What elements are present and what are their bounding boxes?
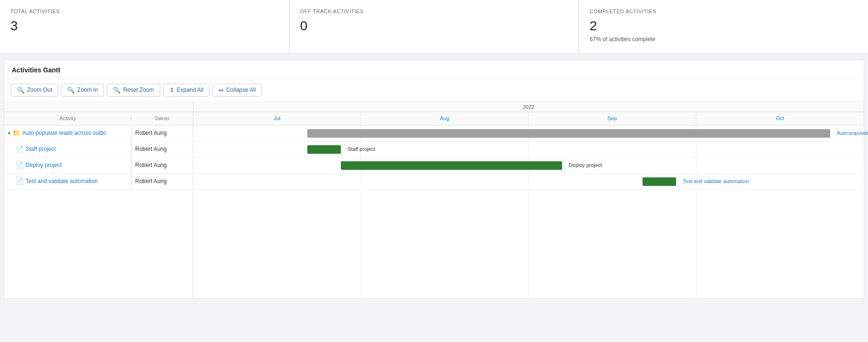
bar-label-2: Deploy project (569, 162, 602, 168)
total-activities-label: TOTAL ACTIVITIES (10, 9, 278, 14)
gantt-section: Activities Gantt 🔍 Zoom Out 🔍 Zoom In 🔍 … (4, 59, 864, 299)
activity-link-3[interactable]: Test and validate automation (26, 178, 98, 184)
bar-label-3: Test and validate automation (683, 178, 749, 184)
zoom-in-button[interactable]: 🔍 Zoom In (61, 84, 104, 96)
file-icon-2: 📄 (16, 161, 24, 169)
gantt-row-2: 📄 Deploy project Robert Aung Deploy proj… (4, 158, 864, 174)
gantt-toolbar: 🔍 Zoom Out 🔍 Zoom In 🔍 Reset Zoom ⇕ Expa… (4, 79, 864, 102)
gantt-empty-area (4, 190, 864, 298)
zoom-out-icon: 🔍 (17, 87, 25, 94)
owner-col-header: Owner (131, 115, 193, 121)
gantt-row-3: 📄 Test and validate automation Robert Au… (4, 174, 864, 190)
bar-2 (341, 161, 562, 170)
year-banner: 2022 (193, 102, 864, 112)
bar-0 (307, 129, 830, 138)
bar-label-1: Staff project (347, 146, 375, 152)
gantt-row-0: ▾ 📁 Auto-populate leads across outbc Rob… (4, 125, 864, 141)
off-track-value: 0 (300, 18, 568, 34)
collapse-all-button[interactable]: ⇔ Collapse All (212, 84, 262, 96)
month-jul: Jul (193, 112, 361, 125)
activity-link-2[interactable]: Deploy project (26, 162, 62, 168)
stats-cards: TOTAL ACTIVITIES 3 OFF TRACK ACTIVITIES … (0, 0, 868, 53)
collapse-icon: ⇔ (218, 87, 224, 94)
off-track-label: OFF TRACK ACTIVITIES (300, 9, 568, 14)
reset-zoom-icon: 🔍 (113, 87, 121, 94)
zoom-in-icon: 🔍 (67, 87, 75, 94)
file-icon-3: 📄 (16, 177, 24, 185)
total-activities-value: 3 (10, 18, 278, 34)
owner-cell-1: Robert Aung (131, 146, 193, 152)
activity-col-header: Activity (4, 115, 131, 121)
month-oct: Oct (696, 112, 864, 125)
month-sep: Sep (529, 112, 696, 125)
activity-link-1[interactable]: Staff project (26, 146, 56, 152)
completed-card: COMPLETED ACTIVITIES 2 67% of activities… (579, 0, 868, 53)
completed-label: COMPLETED ACTIVITIES (590, 9, 858, 14)
gantt-row-1: 📄 Staff project Robert Aung Staff projec… (4, 141, 864, 158)
reset-zoom-button[interactable]: 🔍 Reset Zoom (107, 84, 160, 96)
owner-cell-3: Robert Aung (131, 178, 193, 184)
folder-icon-0: 📁 (12, 129, 20, 137)
owner-cell-0: Robert Aung (131, 130, 193, 136)
expand-icon: ⇕ (169, 87, 174, 94)
total-activities-card: TOTAL ACTIVITIES 3 (0, 0, 289, 53)
month-aug: Aug (361, 112, 529, 125)
bar-label-0: Auto-populate leads across outbound mark… (837, 130, 868, 136)
gantt-title: Activities Gantt (4, 60, 864, 79)
expand-all-button[interactable]: ⇕ Expand All (163, 84, 210, 96)
collapse-button-0[interactable]: ▾ (8, 131, 10, 136)
activity-link-0[interactable]: Auto-populate leads across outbc (22, 130, 106, 136)
bar-1 (307, 145, 341, 154)
bar-3 (642, 177, 676, 186)
completed-subtitle: 67% of activities complete (590, 36, 858, 43)
file-icon-1: 📄 (16, 145, 24, 153)
completed-value: 2 (590, 18, 858, 34)
owner-cell-2: Robert Aung (131, 162, 193, 168)
off-track-card: OFF TRACK ACTIVITIES 0 (290, 0, 579, 53)
zoom-out-button[interactable]: 🔍 Zoom Out (11, 84, 58, 96)
